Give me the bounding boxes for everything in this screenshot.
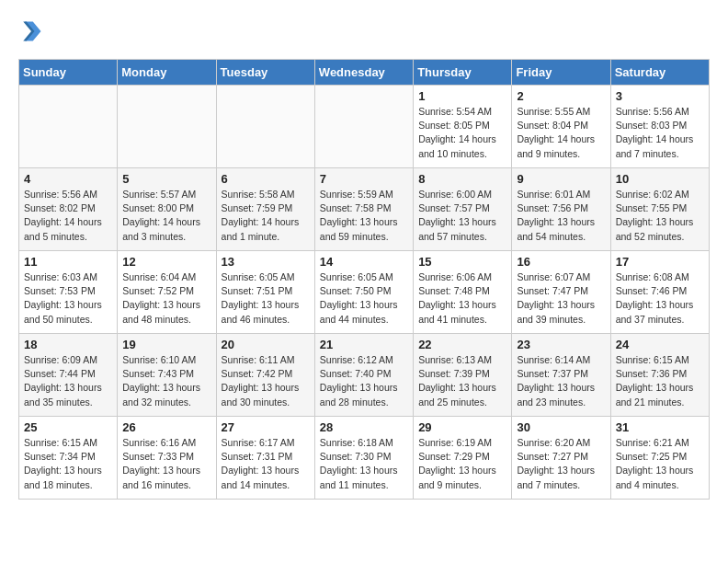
calendar-cell: 15Sunrise: 6:06 AM Sunset: 7:48 PM Dayli… [414,251,512,334]
day-info: Sunrise: 6:04 AM Sunset: 7:52 PM Dayligh… [122,270,210,327]
day-info: Sunrise: 6:15 AM Sunset: 7:36 PM Dayligh… [616,353,704,409]
day-number: 3 [616,89,704,103]
calendar-cell: 1Sunrise: 5:54 AM Sunset: 8:05 PM Daylig… [414,86,512,168]
header-cell-sunday: Sunday [19,60,118,86]
day-number: 1 [418,89,506,103]
calendar-cell [216,86,314,168]
day-number: 2 [517,89,605,103]
calendar-cell: 9Sunrise: 6:01 AM Sunset: 7:56 PM Daylig… [512,168,610,251]
calendar-cell: 21Sunrise: 6:12 AM Sunset: 7:40 PM Dayli… [314,334,413,417]
header-cell-tuesday: Tuesday [216,60,314,86]
day-number: 23 [517,338,605,351]
calendar-cell: 5Sunrise: 5:57 AM Sunset: 8:00 PM Daylig… [118,168,216,251]
calendar-cell: 26Sunrise: 6:16 AM Sunset: 7:33 PM Dayli… [118,417,216,500]
day-info: Sunrise: 6:18 AM Sunset: 7:30 PM Dayligh… [320,436,408,492]
calendar-cell: 14Sunrise: 6:05 AM Sunset: 7:50 PM Dayli… [314,251,413,334]
header-cell-thursday: Thursday [414,60,512,86]
calendar-cell: 6Sunrise: 5:58 AM Sunset: 7:59 PM Daylig… [216,168,314,251]
day-number: 18 [24,338,112,351]
day-number: 21 [320,338,408,351]
day-number: 4 [24,172,112,186]
header-cell-friday: Friday [512,60,610,86]
day-info: Sunrise: 5:56 AM Sunset: 8:02 PM Dayligh… [24,188,112,244]
calendar-cell: 7Sunrise: 5:59 AM Sunset: 7:58 PM Daylig… [314,168,413,251]
day-number: 29 [418,420,506,434]
week-row-4: 18Sunrise: 6:09 AM Sunset: 7:44 PM Dayli… [19,334,710,417]
calendar-cell: 19Sunrise: 6:10 AM Sunset: 7:43 PM Dayli… [118,334,216,417]
day-number: 10 [616,172,704,186]
week-row-2: 4Sunrise: 5:56 AM Sunset: 8:02 PM Daylig… [19,168,710,251]
day-info: Sunrise: 5:55 AM Sunset: 8:04 PM Dayligh… [517,105,605,161]
week-row-5: 25Sunrise: 6:15 AM Sunset: 7:34 PM Dayli… [19,417,710,500]
day-info: Sunrise: 6:16 AM Sunset: 7:33 PM Dayligh… [122,436,210,492]
calendar-body: 1Sunrise: 5:54 AM Sunset: 8:05 PM Daylig… [19,86,710,500]
calendar-cell: 27Sunrise: 6:17 AM Sunset: 7:31 PM Dayli… [216,417,314,500]
calendar-cell: 13Sunrise: 6:05 AM Sunset: 7:51 PM Dayli… [216,251,314,334]
week-row-3: 11Sunrise: 6:03 AM Sunset: 7:53 PM Dayli… [19,251,710,334]
day-number: 16 [517,255,605,269]
day-number: 7 [320,172,408,186]
day-number: 20 [222,338,310,351]
calendar-cell: 12Sunrise: 6:04 AM Sunset: 7:52 PM Dayli… [118,251,216,334]
day-info: Sunrise: 6:08 AM Sunset: 7:46 PM Dayligh… [616,270,704,327]
header-cell-wednesday: Wednesday [314,60,413,86]
day-number: 25 [24,420,112,434]
calendar-cell: 31Sunrise: 6:21 AM Sunset: 7:25 PM Dayli… [610,417,709,500]
day-number: 27 [222,420,310,434]
day-number: 11 [24,255,112,269]
header-row: SundayMondayTuesdayWednesdayThursdayFrid… [19,60,710,86]
calendar-cell: 18Sunrise: 6:09 AM Sunset: 7:44 PM Dayli… [19,334,118,417]
calendar-cell: 8Sunrise: 6:00 AM Sunset: 7:57 PM Daylig… [414,168,512,251]
day-number: 8 [418,172,506,186]
week-row-1: 1Sunrise: 5:54 AM Sunset: 8:05 PM Daylig… [19,86,710,168]
day-info: Sunrise: 5:59 AM Sunset: 7:58 PM Dayligh… [320,188,408,244]
calendar-header: SundayMondayTuesdayWednesdayThursdayFrid… [19,60,710,86]
calendar-cell: 4Sunrise: 5:56 AM Sunset: 8:02 PM Daylig… [19,168,118,251]
day-number: 19 [122,338,210,351]
day-number: 22 [418,338,506,351]
header-cell-saturday: Saturday [610,60,709,86]
day-info: Sunrise: 6:20 AM Sunset: 7:27 PM Dayligh… [517,436,605,492]
calendar-cell: 29Sunrise: 6:19 AM Sunset: 7:29 PM Dayli… [414,417,512,500]
page-header [18,18,710,44]
day-info: Sunrise: 6:00 AM Sunset: 7:57 PM Dayligh… [418,188,506,244]
calendar-cell: 28Sunrise: 6:18 AM Sunset: 7:30 PM Dayli… [314,417,413,500]
day-number: 5 [122,172,210,186]
day-number: 6 [222,172,310,186]
calendar-cell: 30Sunrise: 6:20 AM Sunset: 7:27 PM Dayli… [512,417,610,500]
day-info: Sunrise: 6:09 AM Sunset: 7:44 PM Dayligh… [24,353,112,409]
day-info: Sunrise: 6:05 AM Sunset: 7:50 PM Dayligh… [320,270,408,327]
day-number: 26 [122,420,210,434]
day-number: 30 [517,420,605,434]
day-info: Sunrise: 6:05 AM Sunset: 7:51 PM Dayligh… [222,270,310,327]
day-number: 15 [418,255,506,269]
day-info: Sunrise: 6:10 AM Sunset: 7:43 PM Dayligh… [122,353,210,409]
day-info: Sunrise: 6:03 AM Sunset: 7:53 PM Dayligh… [24,270,112,327]
calendar-cell: 11Sunrise: 6:03 AM Sunset: 7:53 PM Dayli… [19,251,118,334]
calendar-table: SundayMondayTuesdayWednesdayThursdayFrid… [18,59,710,500]
day-info: Sunrise: 5:58 AM Sunset: 7:59 PM Dayligh… [222,188,310,244]
calendar-cell: 17Sunrise: 6:08 AM Sunset: 7:46 PM Dayli… [610,251,709,334]
day-number: 12 [122,255,210,269]
calendar-cell: 2Sunrise: 5:55 AM Sunset: 8:04 PM Daylig… [512,86,610,168]
day-info: Sunrise: 5:54 AM Sunset: 8:05 PM Dayligh… [418,105,506,161]
day-info: Sunrise: 5:56 AM Sunset: 8:03 PM Dayligh… [616,105,704,161]
calendar-cell: 10Sunrise: 6:02 AM Sunset: 7:55 PM Dayli… [610,168,709,251]
calendar-cell: 22Sunrise: 6:13 AM Sunset: 7:39 PM Dayli… [414,334,512,417]
day-number: 14 [320,255,408,269]
day-info: Sunrise: 6:07 AM Sunset: 7:47 PM Dayligh… [517,270,605,327]
calendar-cell [19,86,118,168]
day-info: Sunrise: 6:06 AM Sunset: 7:48 PM Dayligh… [418,270,506,327]
day-info: Sunrise: 6:12 AM Sunset: 7:40 PM Dayligh… [320,353,408,409]
calendar-cell: 23Sunrise: 6:14 AM Sunset: 7:37 PM Dayli… [512,334,610,417]
calendar-cell: 20Sunrise: 6:11 AM Sunset: 7:42 PM Dayli… [216,334,314,417]
day-info: Sunrise: 6:02 AM Sunset: 7:55 PM Dayligh… [616,188,704,244]
calendar-cell: 3Sunrise: 5:56 AM Sunset: 8:03 PM Daylig… [610,86,709,168]
day-number: 28 [320,420,408,434]
logo [18,18,48,44]
day-info: Sunrise: 6:15 AM Sunset: 7:34 PM Dayligh… [24,436,112,492]
day-info: Sunrise: 6:19 AM Sunset: 7:29 PM Dayligh… [418,436,506,492]
day-info: Sunrise: 6:13 AM Sunset: 7:39 PM Dayligh… [418,353,506,409]
calendar-cell [118,86,216,168]
day-number: 17 [616,255,704,269]
